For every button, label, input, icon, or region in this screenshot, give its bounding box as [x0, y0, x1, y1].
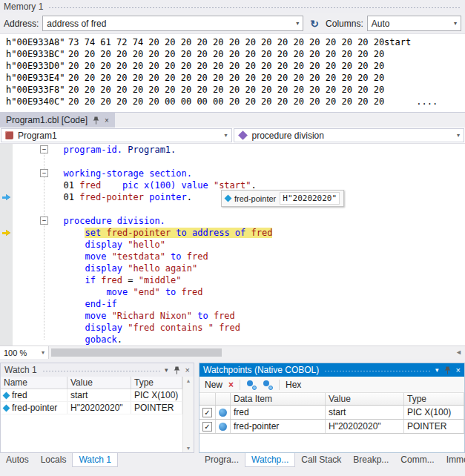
code-line[interactable]: if fred = "middle": [0, 274, 465, 286]
watch-column-header[interactable]: Value: [67, 377, 131, 389]
code-line[interactable]: display "hello": [0, 239, 465, 251]
code-line[interactable]: − program-id. Program1.: [0, 144, 465, 156]
code-line[interactable]: set fred-pointer to address of fred: [0, 227, 465, 239]
tab-immedi[interactable]: Immedi...: [441, 453, 465, 467]
chevron-down-icon[interactable]: ▾: [296, 20, 299, 27]
tab-program1-cbl[interactable]: Program1.cbl [Code] ×: [0, 113, 115, 128]
member-dropdown[interactable]: procedure division ▾: [234, 128, 465, 142]
memory-address: h"00E933E4": [0, 72, 68, 84]
refresh-icon[interactable]: ↻: [310, 19, 319, 29]
new-watchpoint-button[interactable]: New: [205, 380, 222, 390]
scroll-left-icon[interactable]: ◄: [455, 348, 462, 357]
address-input[interactable]: address of fred ▾: [42, 16, 303, 31]
code-line[interactable]: display "hello again": [0, 262, 465, 274]
hex-toggle-button[interactable]: Hex: [286, 380, 301, 390]
fold-collapse-icon[interactable]: −: [40, 145, 48, 153]
pin-icon[interactable]: [93, 116, 99, 125]
memory-row[interactable]: h"00E933BC"20 20 20 20 20 20 20 20 20 20…: [0, 48, 465, 60]
memory-hex-bytes: 20 20 20 20 20 20 20 20 20 20 20 20 20 2…: [68, 60, 384, 72]
watchpoint-refresh-icon[interactable]: [246, 380, 257, 390]
code-line[interactable]: end-if: [0, 298, 465, 310]
watchpoint-row[interactable]: ✓fred-pointerH"20202020"POINTER: [199, 420, 464, 434]
watchpoints-title-bar[interactable]: Watchpoints (Native COBOL) ▾ ×: [199, 363, 464, 377]
memory-title-bar[interactable]: Memory 1: [0, 0, 465, 13]
chevron-down-icon[interactable]: ▾: [454, 20, 457, 27]
datatip[interactable]: fred-pointerH"20202020": [221, 190, 344, 207]
title-grip: [323, 368, 431, 372]
watchpoint-enabled-checkbox[interactable]: ✓: [202, 422, 212, 432]
memory-row[interactable]: h"00E933F8"20 20 20 20 20 20 20 20 20 20…: [0, 84, 465, 96]
memory-row[interactable]: h"00E933A8"73 74 61 72 74 20 20 20 20 20…: [0, 36, 465, 48]
pin-icon[interactable]: [444, 366, 451, 374]
scope-value: Program1: [18, 130, 57, 141]
close-icon[interactable]: ×: [105, 116, 109, 125]
memory-address: h"00E933F8": [0, 84, 68, 96]
scrollbar-thumb[interactable]: [51, 348, 222, 357]
pin-icon[interactable]: [174, 366, 180, 374]
watchpoint-column-header[interactable]: Type: [404, 393, 464, 405]
memory-row[interactable]: h"00E933E4"20 20 20 20 20 20 20 20 20 20…: [0, 72, 465, 84]
code-line[interactable]: move "testdata" to fred: [0, 251, 465, 262]
watch-column-header[interactable]: Type: [131, 377, 182, 389]
chevron-down-icon[interactable]: ▾: [42, 349, 44, 356]
watchpoint-goto-icon[interactable]: [263, 380, 273, 390]
code-line[interactable]: goback.: [0, 334, 465, 346]
tab-progra[interactable]: Progra...: [199, 453, 245, 467]
tab-watchp[interactable]: Watchp...: [245, 453, 295, 467]
execution-pointer-icon: [2, 230, 11, 236]
memory-address: h"00E9340C": [0, 96, 68, 108]
watchpoint-column-header[interactable]: Value: [326, 393, 404, 405]
watch-column-header[interactable]: Name: [1, 377, 67, 389]
memory-hex-bytes: 20 20 20 20 20 20 20 20 20 20 20 20 20 2…: [68, 72, 384, 84]
code-line[interactable]: [0, 156, 465, 168]
watchpoint-row[interactable]: ✓fredstartPIC X(100): [199, 406, 464, 420]
watch-scrollbar[interactable]: ▲ ▼: [182, 377, 194, 452]
code-line[interactable]: display "fred contains " fred: [0, 322, 465, 334]
fold-collapse-icon[interactable]: −: [40, 216, 48, 225]
watchpoint-value: H"20202020": [326, 420, 404, 433]
watchpoint-column-header[interactable]: Data Item: [231, 393, 326, 405]
delete-watchpoint-icon[interactable]: ×: [228, 380, 234, 389]
horizontal-scrollbar[interactable]: ◄: [49, 346, 465, 359]
code-line[interactable]: move "Richard Nixon" to fred: [0, 310, 465, 322]
code-line[interactable]: − working-storage section.: [0, 168, 465, 179]
memory-row[interactable]: h"00E9340C"20 20 20 20 20 20 00 00 00 00…: [0, 96, 465, 108]
watchpoint-enabled-checkbox[interactable]: ✓: [202, 408, 212, 417]
code-line[interactable]: − procedure division.: [0, 215, 465, 227]
fold-collapse-icon[interactable]: −: [40, 169, 48, 177]
watch-row[interactable]: fredstartPIC X(100): [1, 389, 182, 402]
scope-dropdown[interactable]: Program1 ▾: [1, 128, 232, 142]
code-line[interactable]: 01 fred-pointer pointer.fred-pointerH"20…: [0, 191, 465, 203]
watch-row[interactable]: fred-pointerH"20202020"POINTER: [1, 402, 182, 414]
memory-hex-bytes: 20 20 20 20 20 20 20 20 20 20 20 20 20 2…: [68, 84, 384, 96]
close-icon[interactable]: ×: [185, 366, 190, 374]
window-position-icon[interactable]: ▾: [435, 367, 439, 374]
watchpoint-active-icon: [219, 409, 227, 417]
window-position-icon[interactable]: ▾: [165, 367, 168, 374]
scroll-up-icon[interactable]: ▲: [186, 378, 191, 383]
code-line[interactable]: move "end" to fred: [0, 286, 465, 298]
columns-select[interactable]: Auto ▾: [367, 16, 461, 31]
close-icon[interactable]: ×: [456, 366, 461, 374]
chevron-down-icon: ▾: [224, 132, 227, 139]
watch-tab-strip: AutosLocalsWatch 1: [0, 453, 118, 467]
memory-row[interactable]: h"00E933D0"20 20 20 20 20 20 20 20 20 20…: [0, 60, 465, 72]
memory-address: h"00E933D0": [0, 60, 68, 72]
tab-autos[interactable]: Autos: [0, 453, 35, 467]
zoom-select[interactable]: 100 % ▾: [0, 346, 49, 359]
debug-tab-strip: Progra...Watchp...Call StackBreakp...Com…: [199, 453, 465, 467]
memory-ascii: [384, 84, 465, 96]
watch-title-bar[interactable]: Watch 1 ▾ ×: [1, 363, 194, 377]
scroll-down-icon[interactable]: ▼: [186, 446, 191, 451]
watch-diamond-icon: [225, 195, 232, 202]
tab-watch-1[interactable]: Watch 1: [72, 453, 118, 467]
editor-panel: Program1.cbl [Code] × Program1 ▾ procedu…: [0, 113, 465, 359]
watchpoint-active-icon: [219, 423, 227, 431]
tab-comm[interactable]: Comm...: [395, 453, 440, 467]
code-area[interactable]: − program-id. Program1.− working-storage…: [0, 144, 465, 346]
tab-locals[interactable]: Locals: [35, 453, 73, 467]
tab-call-stack[interactable]: Call Stack: [295, 453, 347, 467]
watchpoint-data-item: fred: [231, 406, 326, 419]
tab-breakp[interactable]: Breakp...: [347, 453, 395, 467]
watch-type: PIC X(100): [131, 389, 182, 401]
